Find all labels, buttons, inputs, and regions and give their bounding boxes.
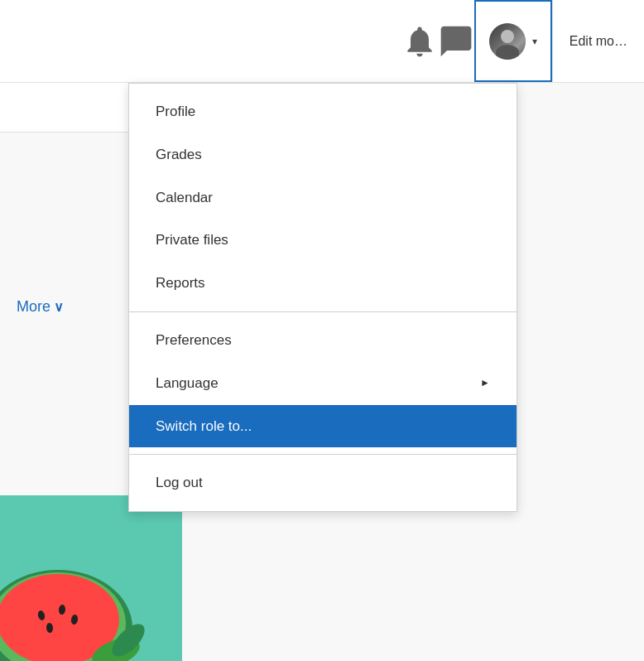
navbar-right: ▾ Edit mo… xyxy=(401,0,644,82)
navbar: ▾ Edit mo… xyxy=(0,0,644,83)
chevron-right-icon: ► xyxy=(480,376,490,390)
edit-mode-button[interactable]: Edit mo… xyxy=(552,0,644,82)
nav-tabs-bar xyxy=(0,83,128,133)
menu-section-2: Preferences Language ► Switch role to... xyxy=(129,312,517,455)
menu-item-profile[interactable]: Profile xyxy=(129,90,517,133)
menu-item-calendar[interactable]: Calendar xyxy=(129,176,517,220)
dropdown-menu: Profile Grades Calendar Private files Re… xyxy=(128,83,517,512)
menu-section-1: Profile Grades Calendar Private files Re… xyxy=(129,84,517,312)
more-chevron-icon: ∨ xyxy=(54,299,64,315)
menu-item-logout[interactable]: Log out xyxy=(129,461,517,504)
bell-icon[interactable] xyxy=(401,23,438,60)
menu-item-switch-role[interactable]: Switch role to... xyxy=(129,405,517,448)
menu-item-grades[interactable]: Grades xyxy=(129,133,517,176)
chevron-down-icon: ▾ xyxy=(532,36,537,47)
menu-item-preferences[interactable]: Preferences xyxy=(129,319,517,362)
menu-item-reports[interactable]: Reports xyxy=(129,262,517,305)
user-menu-trigger[interactable]: ▾ xyxy=(474,0,552,82)
chat-icon[interactable] xyxy=(438,23,474,60)
menu-item-private-files[interactable]: Private files xyxy=(129,219,517,262)
more-button[interactable]: More ∨ xyxy=(0,290,80,324)
menu-item-language[interactable]: Language ► xyxy=(129,362,517,405)
avatar xyxy=(489,23,526,60)
menu-section-3: Log out xyxy=(129,455,517,511)
bottom-decoration xyxy=(0,495,182,661)
more-label: More xyxy=(17,298,50,316)
